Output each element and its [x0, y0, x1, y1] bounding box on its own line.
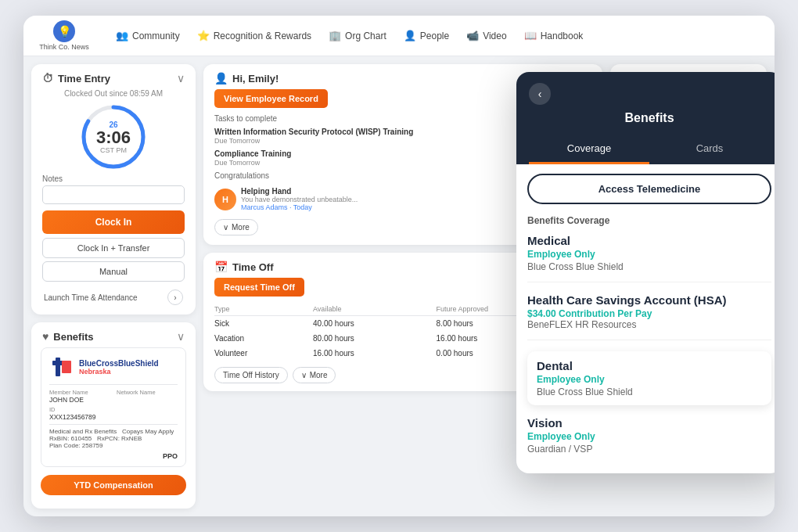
handbook-icon: 📖 — [524, 30, 537, 41]
time-off-more-button[interactable]: ∨ More — [293, 367, 336, 383]
notes-input[interactable] — [42, 185, 185, 204]
benefits-widget: ♥ Benefits ∨ — [31, 322, 196, 509]
nav-label-handbook: Handbook — [541, 31, 584, 41]
nav-label-community: Community — [132, 31, 180, 41]
congrats-text: Helping Hand You have demonstrated unbea… — [241, 187, 553, 211]
coverage-vision-tier: Employee Only — [527, 431, 771, 442]
insurance-rx-fields: Medical and Rx Benefits Copays May Apply… — [49, 424, 178, 449]
insurer-name: BlueCrossBlueShield — [79, 359, 159, 368]
coverage-vision: Vision Employee Only Guardian / VSP — [527, 416, 771, 464]
coverage-hsa: Health Care Savings Account (HSA) $34.00… — [527, 293, 771, 340]
notes-label: Notes — [42, 174, 185, 183]
emily-title: 👤 Hi, Emily! — [214, 72, 279, 84]
clocked-out-status: Clocked Out since 08:59 AM — [42, 89, 185, 98]
task-compliance-info: Compliance Training Due Tomorrow — [214, 149, 553, 167]
coverage-medical-type: Medical — [527, 234, 771, 247]
svg-rect-3 — [52, 361, 63, 365]
panel-tabs: Coverage Cards — [529, 135, 770, 164]
vacation-available: 80.00 hours — [313, 331, 437, 346]
panel-title: Benefits — [529, 111, 770, 125]
brand-label: Think Co. News — [39, 44, 89, 52]
panel-back-button[interactable]: ‹ — [529, 83, 551, 105]
brand[interactable]: 💡 Think Co. News — [36, 20, 92, 52]
coverage-dental-tier: Employee Only — [537, 374, 762, 385]
congrats-title: Helping Hand — [241, 187, 553, 196]
request-time-off-button[interactable]: Request Time Off — [214, 278, 304, 297]
timeoff-title: 📅 Time Off — [214, 261, 274, 273]
coverage-medical-provider: Blue Cross Blue Shield — [527, 261, 771, 272]
panel-header: ‹ Benefits Coverage Cards — [516, 72, 775, 164]
nav-label-recognition: Recognition & Rewards — [214, 31, 311, 41]
coverage-medical: Medical Employee Only Blue Cross Blue Sh… — [527, 234, 771, 282]
benefits-title: ♥ Benefits — [42, 330, 94, 343]
community-icon: 👥 — [116, 30, 128, 41]
congrats-body: You have demonstrated unbeatable... — [241, 196, 553, 203]
access-telemedicine-button[interactable]: Access Telemedicine — [527, 174, 771, 204]
col-available: Available — [313, 303, 437, 316]
insurance-card: BlueCrossBlueShield Nebraska Member Name… — [41, 347, 186, 467]
top-nav: 💡 Think Co. News 👥 Community ⭐ Recogniti… — [23, 16, 775, 56]
benefits-chevron[interactable]: ∨ — [177, 330, 185, 343]
clock-in-transfer-button[interactable]: Clock In + Transfer — [42, 238, 185, 258]
time-entry-content: Clocked Out since 08:59 AM 26 3:06 CST P… — [31, 89, 196, 315]
people-icon: 👤 — [404, 30, 416, 41]
nav-item-orgchart[interactable]: 🏢 Org Chart — [321, 26, 394, 45]
nav-item-video[interactable]: 📹 Video — [458, 26, 514, 45]
col-type: Type — [214, 303, 313, 316]
coverage-hsa-provider: BeneFLEX HR Resources — [527, 319, 771, 330]
coverage-dental-type: Dental — [537, 359, 762, 372]
coverage-medical-tier: Employee Only — [527, 249, 771, 260]
orgchart-icon: 🏢 — [329, 30, 341, 41]
ytd-compensation-button[interactable]: YTD Compensation — [41, 475, 186, 495]
coverage-hsa-tier: $34.00 Contribution Per Pay — [527, 308, 771, 319]
tab-cards[interactable]: Cards — [649, 135, 770, 164]
nav-label-orgchart: Org Chart — [345, 31, 386, 41]
recognition-icon: ⭐ — [197, 30, 210, 41]
calendar-icon: 📅 — [214, 261, 228, 273]
task-wisp-info: Written Information Security Protocol (W… — [214, 128, 553, 145]
nav-item-handbook[interactable]: 📖 Handbook — [516, 26, 591, 45]
time-entry-chevron[interactable]: ∨ — [177, 72, 185, 84]
coverage-vision-provider: Guardian / VSP — [527, 444, 771, 455]
coverage-dental-provider: Blue Cross Blue Shield — [537, 386, 762, 397]
person-icon: 👤 — [214, 72, 228, 84]
task-compliance-title: Compliance Training — [214, 149, 553, 159]
view-employee-record-button[interactable]: View Employee Record — [214, 89, 328, 108]
bcbs-logo-svg — [49, 354, 74, 379]
nav-item-recognition[interactable]: ⭐ Recognition & Rewards — [189, 26, 319, 45]
nav-item-people[interactable]: 👤 People — [396, 26, 457, 45]
network-name-field: Network Name — [117, 389, 178, 404]
benefits-header: ♥ Benefits ∨ — [31, 322, 196, 347]
sick-available: 40.00 hours — [313, 316, 437, 332]
brand-icon: 💡 — [53, 20, 75, 42]
insurer-logo-row: BlueCrossBlueShield Nebraska — [49, 354, 178, 379]
manual-button[interactable]: Manual — [42, 261, 185, 282]
id-field: ID XXX123456789 — [49, 406, 110, 421]
clock-circle: 26 3:06 CST PM — [79, 102, 148, 171]
sick-type: Sick — [214, 316, 313, 332]
tab-coverage[interactable]: Coverage — [529, 135, 649, 164]
clock-time-display: 26 3:06 CST PM — [96, 120, 131, 154]
chevron-down-icon: ∨ — [301, 371, 307, 379]
left-column: ⏱ Time Entry ∨ Clocked Out since 08:59 A… — [31, 64, 196, 509]
bcbs-logo — [49, 354, 74, 379]
time-entry-header: ⏱ Time Entry ∨ — [31, 64, 196, 89]
task-compliance-due: Due Tomorrow — [214, 159, 553, 167]
clock-in-button[interactable]: Clock In — [42, 210, 185, 234]
insurer-name-block: BlueCrossBlueShield Nebraska — [79, 359, 159, 376]
launch-attendance-link[interactable]: Launch Time & Attendance › — [42, 285, 185, 305]
nav-item-community[interactable]: 👥 Community — [108, 26, 188, 45]
time-entry-widget: ⏱ Time Entry ∨ Clocked Out since 08:59 A… — [31, 64, 196, 315]
coverage-vision-type: Vision — [527, 416, 771, 430]
heart-icon: ♥ — [42, 330, 49, 343]
ppo-badge: PPO — [49, 452, 178, 460]
task-wisp-due: Due Tomorrow — [214, 137, 553, 145]
coverage-dental: Dental Employee Only Blue Cross Blue Shi… — [527, 351, 771, 405]
vacation-type: Vacation — [214, 331, 313, 346]
more-button[interactable]: ∨ More — [214, 219, 258, 235]
clock-circle-container: 26 3:06 CST PM — [42, 102, 185, 171]
benefits-panel: ‹ Benefits Coverage Cards Access Telemed… — [516, 72, 775, 473]
main-content: ⏱ Time Entry ∨ Clocked Out since 08:59 A… — [23, 56, 775, 516]
coverage-hsa-type: Health Care Savings Account (HSA) — [527, 293, 771, 307]
time-off-history-button[interactable]: Time Off History — [214, 367, 288, 383]
